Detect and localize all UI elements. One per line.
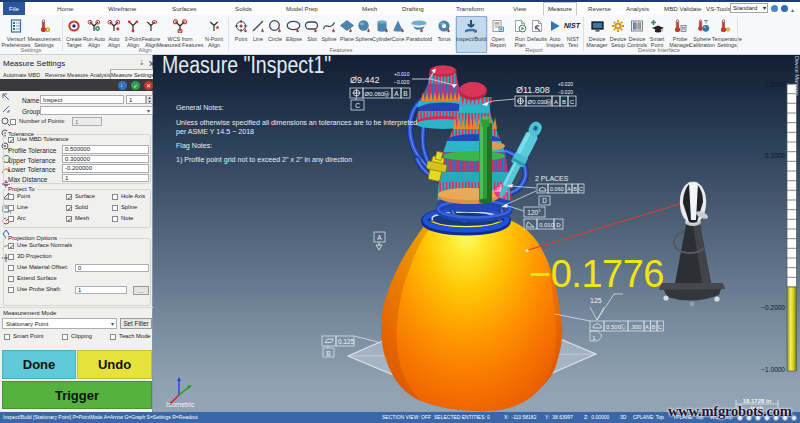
svg-text:1: 1 <box>592 335 596 341</box>
svg-text:A: A <box>554 99 558 105</box>
svg-text:C: C <box>355 102 360 109</box>
svg-text:B: B <box>326 350 330 357</box>
svg-text:A: A <box>394 90 399 97</box>
svg-text:Ø11.808: Ø11.808 <box>516 85 550 95</box>
svg-text:C: C <box>658 324 663 330</box>
svg-text:A: A <box>645 324 649 330</box>
svg-text:125: 125 <box>590 297 602 304</box>
svg-text:0.125: 0.125 <box>338 338 355 345</box>
svg-text:A: A <box>567 186 571 192</box>
svg-text:.300: .300 <box>630 324 642 330</box>
svg-text:0.3000: 0.3000 <box>765 152 785 159</box>
svg-text:−1.0000: −1.0000 <box>761 366 785 373</box>
svg-text:1.0000: 1.0000 <box>765 81 785 88</box>
svg-text:0.010: 0.010 <box>539 222 555 228</box>
svg-text:Ø0.060: Ø0.060 <box>365 91 385 97</box>
svg-text:+0.010: +0.010 <box>394 71 410 77</box>
svg-text:NIST: NIST <box>564 22 581 29</box>
svg-text:C: C <box>579 186 583 192</box>
svg-text:−0.020: −0.020 <box>558 90 573 95</box>
svg-text:D: D <box>556 222 561 228</box>
svg-text:B: B <box>562 99 566 105</box>
svg-text:A: A <box>377 234 382 241</box>
svg-text:2 PLACES: 2 PLACES <box>535 175 569 182</box>
svg-text:+0.020: +0.020 <box>558 82 573 87</box>
svg-text:−0.2000: −0.2000 <box>761 304 785 311</box>
svg-text:B: B <box>651 324 655 330</box>
svg-text:0.060: 0.060 <box>550 186 564 192</box>
svg-text:Ø0.030: Ø0.030 <box>528 99 548 105</box>
svg-text:Ⓜ: Ⓜ <box>546 99 552 105</box>
svg-text:Ⓜ: Ⓜ <box>384 91 390 97</box>
svg-text:Ø9.442: Ø9.442 <box>350 75 380 85</box>
svg-text:−0.020: −0.020 <box>394 79 410 85</box>
svg-text:z: z <box>183 378 186 384</box>
svg-text:120°: 120° <box>527 209 541 216</box>
svg-text:Ⓛ: Ⓛ <box>620 324 626 330</box>
svg-text:B: B <box>573 186 577 192</box>
svg-text:C: C <box>570 99 575 105</box>
svg-text:B: B <box>403 90 407 97</box>
svg-text:D: D <box>542 197 547 204</box>
svg-text:Y: Y <box>191 386 195 392</box>
